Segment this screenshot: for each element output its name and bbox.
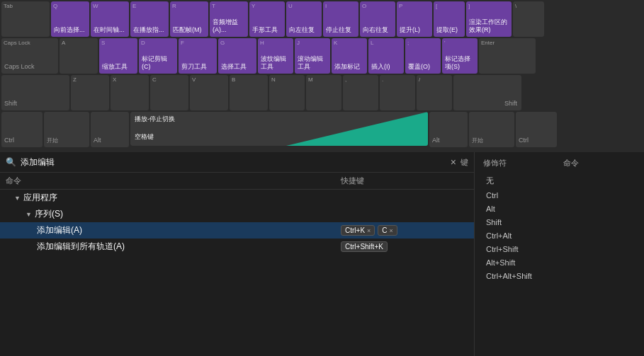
key-k[interactable]: K 添加标记: [332, 38, 367, 74]
key-a[interactable]: A: [60, 38, 98, 74]
modifier-ctrl-alt-shift-label: Ctrl+Alt+Shift: [486, 272, 532, 280]
modifier-item-ctrl[interactable]: Ctrl: [483, 190, 635, 201]
shortcut-badge-ctrl-shift-k: Ctrl+Shift+K: [341, 241, 388, 252]
modifier-alt-label: Alt: [486, 205, 495, 213]
modifier-item-ctrl-alt[interactable]: Ctrl+Alt: [483, 230, 635, 241]
shortcut-badge-c: C ×: [378, 225, 397, 236]
key-alt-left[interactable]: Alt: [91, 112, 129, 147]
keyboard-row-4: Ctrl 开始 Alt 播放-停止切换 空格键 Alt 开始 Ctrl: [0, 110, 644, 147]
key-semicolon[interactable]: ; 覆盖(O): [405, 38, 441, 74]
key-y[interactable]: Y 手形工具: [249, 1, 285, 37]
key-backslash[interactable]: \: [513, 1, 544, 37]
tree-item-add-edit-all-label: 添加编辑到所有轨道(A): [37, 241, 341, 253]
key-quote[interactable]: ' 标记选择项(S): [442, 38, 478, 74]
modifier-item-shift[interactable]: Shift: [483, 217, 635, 228]
modifier-column-header: 修饰符: [483, 158, 507, 168]
search-icon: 🔍: [6, 157, 16, 167]
tree-item-add-edit-all[interactable]: 添加编辑到所有轨道(A) Ctrl+Shift+K: [0, 239, 474, 255]
modifier-item-alt[interactable]: Alt: [483, 203, 635, 214]
key-start-right[interactable]: 开始: [469, 112, 514, 147]
key-r[interactable]: R 匹配帧(M): [170, 1, 208, 37]
search-input[interactable]: [21, 157, 446, 167]
key-p[interactable]: P 提升(L): [397, 1, 432, 37]
key-z[interactable]: Z: [71, 75, 109, 110]
tree-item-app-label: 应用程序: [23, 192, 468, 204]
key-s[interactable]: S 缩放工具: [99, 38, 137, 74]
search-right-label: 键: [461, 157, 468, 168]
modifier-item-alt-shift[interactable]: Alt+Shift: [483, 257, 635, 268]
spacebar-bottom-label: 空格键: [135, 132, 154, 142]
spacebar-top-label: 播放-停止切换: [135, 115, 175, 124]
key-n[interactable]: N: [269, 75, 305, 110]
tree-item-add-edit[interactable]: 添加编辑(A) Ctrl+K × C ×: [0, 222, 474, 239]
search-bar: 🔍 × 键: [0, 152, 474, 173]
key-f[interactable]: F 剪刀工具: [179, 38, 217, 74]
key-x[interactable]: X: [111, 75, 149, 110]
modifier-list: 无 Ctrl Alt Shift Ctrl+Alt Ctrl+Shift Alt…: [483, 174, 635, 282]
key-l[interactable]: L 插入(I): [368, 38, 404, 74]
chevron-down-icon: ▼: [14, 195, 21, 202]
key-b[interactable]: B: [230, 75, 268, 110]
tree-item-add-edit-all-shortcut: Ctrl+Shift+K: [341, 241, 468, 252]
search-clear-button[interactable]: ×: [451, 156, 456, 168]
keyboard-row-3: Shift Z X C V B N M , . /: [0, 74, 644, 110]
modifier-item-ctrl-shift[interactable]: Ctrl+Shift: [483, 243, 635, 255]
key-t[interactable]: T 音频增益(A)...: [210, 1, 248, 37]
bottom-panel: 🔍 × 键 命令 快捷键 ▼ 应用程序 ▼ 序列(S) 添加编辑(A): [0, 152, 644, 356]
key-bracket-left[interactable]: [ 提取(E): [434, 1, 465, 37]
column-command-header: 命令: [6, 176, 341, 186]
key-o[interactable]: O 向右往复: [360, 1, 395, 37]
key-enter[interactable]: Enter: [479, 38, 536, 74]
left-panel: 🔍 × 键 命令 快捷键 ▼ 应用程序 ▼ 序列(S) 添加编辑(A): [0, 152, 475, 356]
key-shift-right[interactable]: Shift: [453, 75, 521, 110]
modifier-alt-shift-label: Alt+Shift: [486, 258, 515, 267]
shortcut-badge-ctrl-k: Ctrl+K ×: [341, 225, 375, 236]
column-shortcut-header: 快捷键: [341, 176, 468, 186]
keyboard-row-2: Caps Lock Caps Lock A S 缩放工具 D 标记剪辑(C) F…: [0, 37, 644, 74]
right-panel-header: 修饰符 命令: [483, 158, 635, 168]
right-panel: 修饰符 命令 无 Ctrl Alt Shift Ctrl+Alt Ctrl+Sh…: [475, 152, 644, 356]
tree-item-seq-label: 序列(S): [35, 208, 468, 220]
key-tab[interactable]: Tab: [1, 1, 50, 37]
table-header: 命令 快捷键: [0, 173, 474, 190]
modifier-ctrl-shift-label: Ctrl+Shift: [486, 245, 519, 253]
key-v[interactable]: V: [190, 75, 228, 110]
chevron-down-icon-seq: ▼: [26, 211, 32, 218]
key-ctrl-right[interactable]: Ctrl: [516, 112, 557, 147]
shortcut-remove-c[interactable]: ×: [390, 227, 393, 234]
key-c[interactable]: C: [150, 75, 188, 110]
key-comma[interactable]: ,: [343, 75, 378, 110]
tree-item-add-edit-shortcut: Ctrl+K × C ×: [341, 225, 468, 236]
key-shift-left[interactable]: Shift: [1, 75, 69, 110]
key-slash[interactable]: /: [417, 75, 452, 110]
keyboard-area: Tab Q 向前选择... W 在时间轴... E 在播放指... R 匹配帧(…: [0, 0, 644, 152]
tree-item-seq[interactable]: ▼ 序列(S): [0, 206, 474, 222]
key-period[interactable]: .: [380, 75, 415, 110]
command-column-header: 命令: [563, 158, 579, 168]
modifier-item-ctrl-alt-shift[interactable]: Ctrl+Alt+Shift: [483, 270, 635, 282]
key-d[interactable]: D 标记剪辑(C): [139, 38, 177, 74]
key-u[interactable]: U 向左往复: [286, 1, 322, 37]
key-m[interactable]: M: [306, 75, 341, 110]
modifier-item-none[interactable]: 无: [483, 174, 635, 188]
tree-list[interactable]: ▼ 应用程序 ▼ 序列(S) 添加编辑(A) Ctrl+K × C ×: [0, 190, 474, 356]
shortcut-remove-ctrl-k[interactable]: ×: [367, 227, 371, 234]
key-start-left[interactable]: 开始: [44, 112, 89, 147]
key-caps-lock[interactable]: Caps Lock Caps Lock: [1, 38, 58, 74]
key-e[interactable]: E 在播放指...: [130, 1, 169, 37]
modifier-ctrl-alt-label: Ctrl+Alt: [486, 231, 512, 240]
keyboard-row-1: Tab Q 向前选择... W 在时间轴... E 在播放指... R 匹配帧(…: [0, 0, 644, 37]
key-alt-right[interactable]: Alt: [429, 112, 468, 147]
key-i[interactable]: I 停止往复: [323, 1, 358, 37]
key-g[interactable]: G 选择工具: [218, 38, 256, 74]
key-w[interactable]: W 在时间轴...: [91, 1, 129, 37]
key-bracket-right[interactable]: ] 渲染工作区的效果(R): [466, 1, 512, 37]
key-j[interactable]: J 滚动编辑工具: [295, 38, 330, 74]
modifier-shift-label: Shift: [486, 218, 502, 226]
key-ctrl-left[interactable]: Ctrl: [1, 112, 43, 147]
tree-item-app[interactable]: ▼ 应用程序: [0, 190, 474, 206]
key-h[interactable]: H 波纹编辑工具: [258, 38, 293, 74]
key-q[interactable]: Q 向前选择...: [51, 1, 89, 37]
modifier-ctrl-label: Ctrl: [486, 191, 498, 200]
key-space[interactable]: 播放-停止切换 空格键: [130, 112, 428, 146]
